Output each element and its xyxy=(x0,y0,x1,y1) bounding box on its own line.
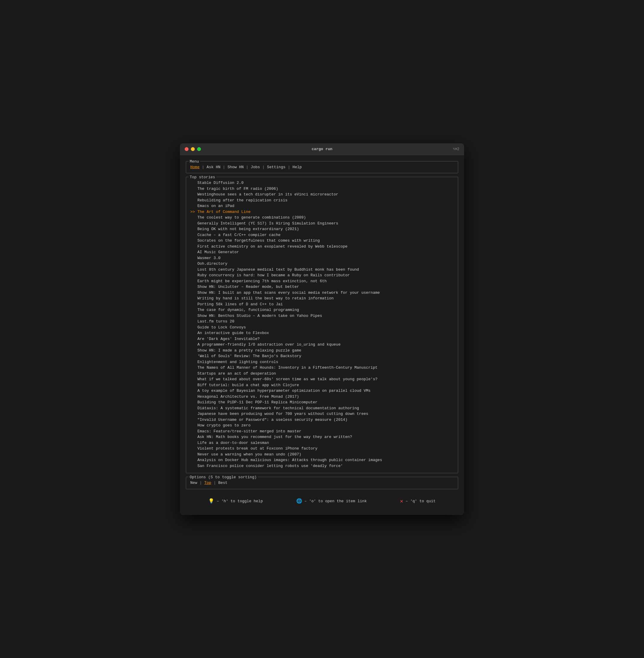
story-title[interactable]: Japanese have been producing wood for 70… xyxy=(198,411,368,417)
list-item[interactable]: The coolest way to generate combinations… xyxy=(190,215,454,221)
story-title-selected[interactable]: The Art of Command Line xyxy=(198,209,250,215)
list-item[interactable]: The case for dynamic, functional program… xyxy=(190,307,454,313)
list-item[interactable]: Westinghouse sees a tech disrupter in it… xyxy=(190,192,454,198)
list-item[interactable]: Socrates on the forgetfulness that comes… xyxy=(190,238,454,244)
menu-item-settings[interactable]: Settings xyxy=(267,164,285,170)
list-item[interactable]: San Francisco police consider letting ro… xyxy=(190,463,454,469)
story-title[interactable]: Generally Intelligent (YC S17) Is Hiring… xyxy=(198,221,338,226)
list-item[interactable]: Ooh.directory xyxy=(190,261,454,267)
story-title[interactable]: Show HN: Unclutter – Reader mode, but be… xyxy=(198,284,299,290)
list-item[interactable]: Never use a warning when you mean undo (… xyxy=(190,452,454,458)
list-item[interactable]: Enlightenment and lighting controls xyxy=(190,359,454,365)
list-item[interactable]: "Invalid Username or Password": a useles… xyxy=(190,417,454,423)
list-item[interactable]: Ccache – a fast C/C++ compiler cache xyxy=(190,232,454,238)
story-title[interactable]: Last.fm turns 20 xyxy=(198,319,234,325)
story-title[interactable]: Show HN: I built an app that scans every… xyxy=(198,290,380,296)
story-title[interactable]: Being OK with not being extraordinary (2… xyxy=(198,226,299,232)
list-item[interactable]: Guide to Lock Convoys xyxy=(190,325,454,330)
story-title[interactable]: Building the PiDP-11 Dec PDP-11 Replica … xyxy=(198,399,318,405)
list-item[interactable]: Stable Diffusion 2.0 xyxy=(190,180,454,186)
story-title[interactable]: 'Well of Souls' Review: The Banjo's Back… xyxy=(198,353,301,359)
story-title[interactable]: Ooh.directory xyxy=(198,261,227,267)
close-button[interactable] xyxy=(185,147,188,151)
list-item[interactable]: Rebuilding after the replication crisis xyxy=(190,198,454,203)
list-item[interactable]: Analysis on Docker Hub malicious images:… xyxy=(190,457,454,463)
list-item[interactable]: Wasmer 3.0 xyxy=(190,255,454,261)
list-item[interactable]: Porting 58k lines of D and C++ to Jai xyxy=(190,302,454,307)
list-item[interactable]: Ruby concurrency is hard: how I became a… xyxy=(190,272,454,278)
menu-item-home[interactable]: Home xyxy=(190,164,200,170)
story-title[interactable]: Life as a door-to-door salesman xyxy=(198,440,269,446)
list-item[interactable]: Writing by hand is still the best way to… xyxy=(190,295,454,302)
story-title[interactable]: San Francisco police consider letting ro… xyxy=(198,463,343,469)
list-item[interactable]: Last.fm turns 20 xyxy=(190,319,454,325)
option-best[interactable]: Best xyxy=(218,480,227,486)
story-title[interactable]: Startups are an act of desperation xyxy=(198,371,276,377)
list-item[interactable]: The tragic birth of FM radio (2006) xyxy=(190,186,454,192)
list-item[interactable]: Show HN: I made a pretty relaxing puzzle… xyxy=(190,348,454,354)
menu-item-show-hn[interactable]: Show HN xyxy=(228,164,244,170)
list-item[interactable]: The Names of All Manner of Hounds: Inven… xyxy=(190,365,454,371)
story-title[interactable]: Show HN: I made a pretty relaxing puzzle… xyxy=(198,348,301,354)
story-title[interactable]: Ccache – a fast C/C++ compiler cache xyxy=(198,232,281,238)
list-item[interactable]: Startups are an act of desperation xyxy=(190,371,454,377)
story-title[interactable]: Show HN: Benthos Studio – A modern take … xyxy=(198,313,322,319)
story-title[interactable]: The case for dynamic, functional program… xyxy=(198,307,299,313)
story-title[interactable]: What if we talked about over-60s' screen… xyxy=(198,376,377,382)
story-title[interactable]: Earth might be experiencing 7th mass ext… xyxy=(198,278,327,284)
story-title[interactable]: The Names of All Manner of Hounds: Inven… xyxy=(198,365,377,371)
menu-item-help[interactable]: Help xyxy=(292,164,302,170)
story-title[interactable]: The coolest way to generate combinations… xyxy=(198,215,306,221)
list-item[interactable]: A toy example of Bayesian hyperparameter… xyxy=(190,388,454,394)
list-item[interactable]: Are 'Dark Ages' Inevitable? xyxy=(190,336,454,342)
option-top[interactable]: Top xyxy=(204,480,211,486)
story-title[interactable]: Wasmer 3.0 xyxy=(198,255,221,261)
story-title[interactable]: Violent protests break out at Foxconn iP… xyxy=(198,446,318,452)
list-item[interactable]: How crypto goes to zero xyxy=(190,422,454,429)
list-item[interactable]: Emacs on an iPad xyxy=(190,203,454,209)
story-title[interactable]: Emacs on an iPad xyxy=(198,203,234,209)
story-title[interactable]: First active chemistry on an exoplanet r… xyxy=(198,244,347,250)
story-title[interactable]: Writing by hand is still the best way to… xyxy=(198,295,334,302)
list-item[interactable]: Generally Intelligent (YC S17) Is Hiring… xyxy=(190,221,454,226)
story-title[interactable]: Porting 58k lines of D and C++ to Jai xyxy=(198,302,283,307)
list-item[interactable]: Diátaxis: A systematic framework for tec… xyxy=(190,405,454,411)
list-item[interactable]: Hexagonal Architecture vs. Free Monad (2… xyxy=(190,394,454,400)
list-item[interactable]: Life as a door-to-door salesman xyxy=(190,440,454,446)
story-title[interactable]: A toy example of Bayesian hyperparameter… xyxy=(198,388,371,394)
story-title[interactable]: Diátaxis: A systematic framework for tec… xyxy=(198,405,359,411)
story-title[interactable]: Lost 8th century Japanese medical text b… xyxy=(198,267,359,273)
story-title[interactable]: Hexagonal Architecture vs. Free Monad (2… xyxy=(198,394,299,400)
list-item[interactable]: A programmer-friendly I/O abstraction ov… xyxy=(190,342,454,348)
story-title[interactable]: Westinghouse sees a tech disrupter in it… xyxy=(198,192,338,198)
list-item[interactable]: Being OK with not being extraordinary (2… xyxy=(190,226,454,232)
menu-item-jobs[interactable]: Jobs xyxy=(251,164,260,170)
list-item[interactable]: First active chemistry on an exoplanet r… xyxy=(190,244,454,250)
list-item[interactable]: Building the PiDP-11 Dec PDP-11 Replica … xyxy=(190,399,454,405)
list-item[interactable]: Biff tutorial: build a chat app with Clo… xyxy=(190,382,454,388)
list-item[interactable]: Ask HN: Math books you recommend just fo… xyxy=(190,434,454,440)
menu-item-ask-hn[interactable]: Ask HN xyxy=(207,164,221,170)
story-title[interactable]: How crypto goes to zero xyxy=(198,422,250,429)
list-item[interactable]: What if we talked about over-60s' screen… xyxy=(190,376,454,382)
story-title[interactable]: Analysis on Docker Hub malicious images:… xyxy=(198,457,382,463)
option-new[interactable]: New xyxy=(190,480,197,486)
list-item-selected[interactable]: >> The Art of Command Line xyxy=(190,209,454,215)
story-title[interactable]: "Invalid Username or Password": a useles… xyxy=(198,417,347,423)
story-title[interactable]: AI Music Generator xyxy=(198,249,239,255)
minimize-button[interactable] xyxy=(191,147,195,151)
story-title[interactable]: Rebuilding after the replication crisis xyxy=(198,198,288,203)
list-item[interactable]: An interactive guide to Flexbox xyxy=(190,330,454,336)
story-title[interactable]: A programmer-friendly I/O abstraction ov… xyxy=(198,342,341,348)
list-item[interactable]: Show HN: Unclutter – Reader mode, but be… xyxy=(190,284,454,290)
list-item[interactable]: AI Music Generator xyxy=(190,249,454,255)
story-title[interactable]: Biff tutorial: build a chat app with Clo… xyxy=(198,382,299,388)
story-title[interactable]: The tragic birth of FM radio (2006) xyxy=(198,186,278,192)
story-title[interactable]: Never use a warning when you mean undo (… xyxy=(198,452,301,458)
maximize-button[interactable] xyxy=(197,147,201,151)
list-item[interactable]: Violent protests break out at Foxconn iP… xyxy=(190,446,454,452)
list-item[interactable]: Show HN: I built an app that scans every… xyxy=(190,290,454,296)
list-item[interactable]: Japanese have been producing wood for 70… xyxy=(190,411,454,417)
story-title[interactable]: An interactive guide to Flexbox xyxy=(198,330,269,336)
story-title[interactable]: Ruby concurrency is hard: how I became a… xyxy=(198,272,350,278)
